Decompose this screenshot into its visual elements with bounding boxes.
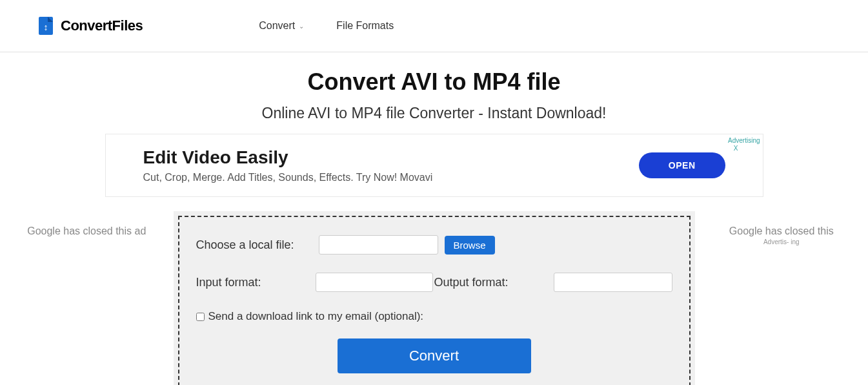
side-ad-right-small: Advertis- ing bbox=[701, 238, 862, 245]
input-format-field[interactable] bbox=[316, 273, 432, 292]
ad-content: Edit Video Easily Cut, Crop, Merge. Add … bbox=[143, 147, 433, 183]
format-row: Input format: Output format: bbox=[196, 273, 672, 292]
output-format-field[interactable] bbox=[554, 273, 672, 292]
input-format-label: Input format: bbox=[196, 276, 316, 289]
form-wrapper: Choose a local file: Browse Input format… bbox=[174, 211, 695, 385]
side-ad-right: Google has closed this Advertis- ing bbox=[695, 211, 869, 260]
nav: Convert ⌄ File Formats bbox=[259, 20, 394, 32]
nav-convert[interactable]: Convert ⌄ bbox=[259, 20, 304, 32]
main-container: Convert AVI to MP4 file Online AVI to MP… bbox=[0, 52, 868, 385]
email-checkbox-label: Send a download link to my email (option… bbox=[208, 310, 424, 323]
ad-open-button[interactable]: OPEN bbox=[639, 152, 725, 178]
ad-subtitle: Cut, Crop, Merge. Add Titles, Sounds, Ef… bbox=[143, 172, 433, 183]
side-ad-left: Google has closed this ad bbox=[0, 211, 174, 251]
side-ad-left-text: Google has closed this ad bbox=[6, 225, 167, 237]
nav-convert-label: Convert bbox=[259, 20, 295, 32]
nav-file-formats[interactable]: File Formats bbox=[336, 20, 394, 32]
email-row: Send a download link to my email (option… bbox=[196, 310, 672, 323]
ad-banner[interactable]: Edit Video Easily Cut, Crop, Merge. Add … bbox=[105, 134, 763, 197]
convert-button[interactable]: Convert bbox=[338, 338, 531, 373]
output-format-label: Output format: bbox=[434, 276, 554, 289]
logo[interactable]: ConvertFiles bbox=[39, 17, 143, 35]
form-box: Choose a local file: Browse Input format… bbox=[178, 216, 691, 385]
ad-label: Advertising bbox=[728, 137, 760, 144]
header: ConvertFiles Convert ⌄ File Formats bbox=[0, 0, 868, 52]
ad-title: Edit Video Easily bbox=[143, 147, 433, 168]
choose-file-label: Choose a local file: bbox=[196, 238, 319, 252]
browse-button[interactable]: Browse bbox=[445, 236, 495, 255]
side-ad-right-text: Google has closed this bbox=[701, 225, 862, 237]
logo-icon bbox=[39, 17, 53, 35]
ad-close-icon[interactable]: X bbox=[734, 145, 738, 152]
nav-file-formats-label: File Formats bbox=[336, 20, 394, 32]
file-input[interactable] bbox=[319, 235, 438, 255]
chevron-down-icon: ⌄ bbox=[299, 23, 304, 30]
logo-text: ConvertFiles bbox=[61, 17, 143, 34]
page-title: Convert AVI to MP4 file bbox=[0, 68, 868, 96]
main-row: Google has closed this ad Choose a local… bbox=[0, 211, 868, 385]
file-row: Choose a local file: Browse bbox=[196, 235, 672, 255]
page-subtitle: Online AVI to MP4 file Converter - Insta… bbox=[0, 105, 868, 122]
email-checkbox[interactable] bbox=[196, 313, 205, 321]
